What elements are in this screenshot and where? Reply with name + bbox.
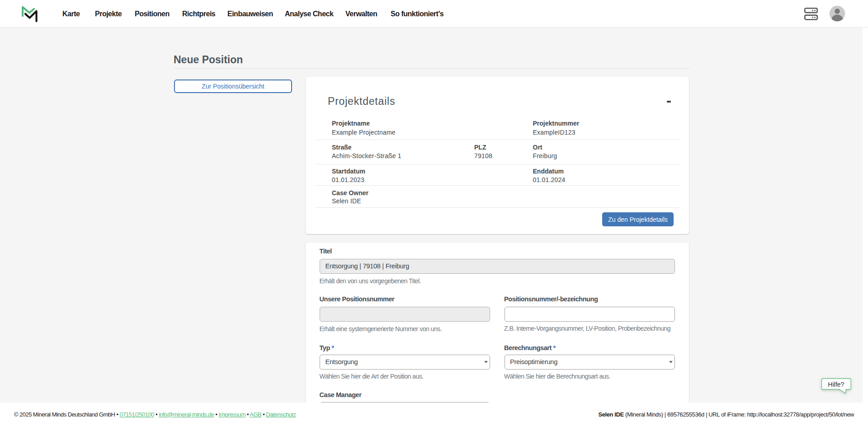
svg-text:Hilfe?: Hilfe? [828,381,844,388]
